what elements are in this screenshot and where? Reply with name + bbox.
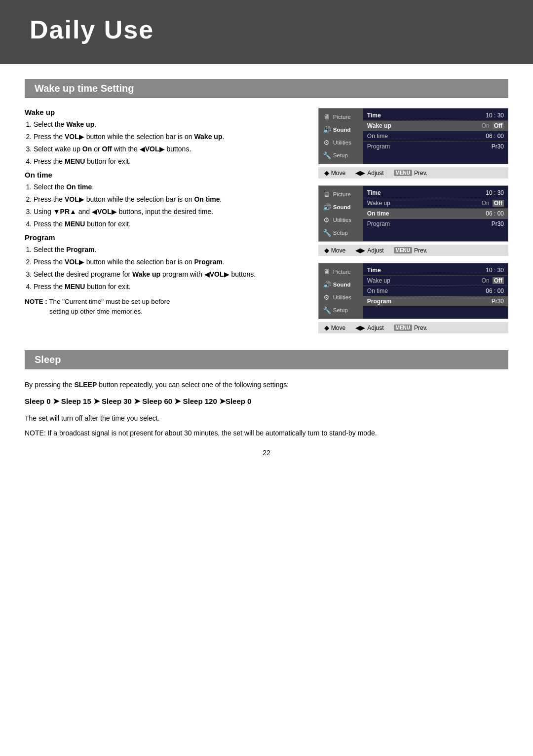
sidebar-sound-label-3: Sound (333, 282, 351, 288)
menu-footer-3: ◆ Move ◀▶ Adjust MENU Prev. (318, 322, 508, 333)
adjust-arrow-icon-1: ◀▶ (355, 169, 365, 177)
program-value-2: Pr30 (492, 220, 504, 227)
ontime-value-2: 06 : 00 (486, 210, 504, 217)
program-label-3: Program (367, 298, 391, 305)
menu-row-program-1: Program Pr30 (363, 142, 508, 151)
menu-row-time-2: Time 10 : 30 (363, 188, 508, 198)
ontime-steps-list: Select the On time. Press the VOL▶ butto… (25, 182, 304, 229)
sidebar-picture-2: 🖥 Picture (319, 188, 363, 201)
sidebar-setup-1: 🔧 Setup (319, 149, 363, 162)
move-label-1: Move (331, 170, 345, 177)
menu-row-wakeup-1: Wake up On Off (363, 121, 508, 131)
time-value-2: 10 : 30 (486, 189, 504, 196)
time-label-3: Time (367, 267, 381, 274)
page-title: Daily Use (30, 15, 503, 44)
wakeup-steps-list: Select the Wake up. Press the VOL▶ butto… (25, 119, 304, 167)
sidebar-sound-1: 🔊 Sound (319, 123, 363, 136)
footer-prev-1: MENU Prev. (394, 170, 428, 177)
picture-icon-1: 🖥 (323, 113, 331, 121)
ontime-step-3: Using ▼PR▲ and ◀VOL▶ buttons, input the … (34, 207, 304, 217)
program-step-4: Press the MENU button for exit. (34, 282, 304, 292)
program-label-1: Program (367, 143, 390, 150)
utilities-icon-3: ⚙ (323, 293, 331, 301)
ontime-step-1: Select the On time. (34, 182, 304, 192)
utilities-icon-2: ⚙ (323, 216, 331, 224)
prev-label-1: Prev. (414, 170, 427, 177)
sound-icon-3: 🔊 (323, 281, 331, 288)
menu-row-ontime-3: On time 06 : 00 (363, 286, 508, 296)
sidebar-picture-label-3: Picture (333, 269, 351, 275)
sleep-note-text: NOTE: If a broadcast signal is not prese… (25, 428, 508, 438)
section-heading-sleep: Sleep (25, 350, 508, 369)
adjust-arrow-icon-2: ◀▶ (355, 247, 365, 254)
sidebar-picture-3: 🖥 Picture (319, 265, 363, 278)
off-text-3: Off (493, 277, 504, 284)
ontime-value-1: 06 : 00 (486, 133, 504, 140)
program-subsection: Program Select the Program. Press the VO… (25, 233, 304, 292)
sidebar-setup-label-1: Setup (333, 152, 348, 158)
sidebar-setup-3: 🔧 Setup (319, 304, 363, 317)
menu-row-ontime-1: On time 06 : 00 (363, 131, 508, 142)
wakeup-step-4: Press the MENU button for exit. (34, 156, 304, 167)
sidebar-picture-label-2: Picture (333, 191, 351, 197)
footer-prev-2: MENU Prev. (394, 247, 428, 254)
footer-adjust-2: ◀▶ Adjust (355, 247, 383, 254)
sound-icon-2: 🔊 (323, 203, 331, 211)
sleep-intro: By pressing the SLEEP button repeatedly,… (25, 379, 508, 390)
sound-icon-1: 🔊 (323, 126, 331, 134)
adjust-label-3: Adjust (367, 324, 383, 331)
sidebar-sound-3: 🔊 Sound (319, 278, 363, 291)
sidebar-sound-label-1: Sound (333, 127, 351, 133)
time-value-3: 10 : 30 (486, 267, 504, 274)
setup-icon-1: 🔧 (323, 151, 331, 159)
ontime-subsection: On time Select the On time. Press the VO… (25, 171, 304, 229)
footer-adjust-1: ◀▶ Adjust (355, 169, 383, 177)
wakeup-value-2: On Off (482, 200, 504, 207)
footer-move-1: ◆ Move (324, 169, 345, 177)
sidebar-picture-label-1: Picture (333, 114, 351, 120)
adjust-arrow-icon-3: ◀▶ (355, 324, 365, 331)
setup-icon-3: 🔧 (323, 306, 331, 314)
menu-sidebar-1: 🖥 Picture 🔊 Sound ⚙ Utilities (319, 108, 363, 164)
wakeup-label-3: Wake up (367, 277, 390, 284)
adjust-label-2: Adjust (367, 247, 383, 254)
on-text-3: On (482, 277, 490, 284)
off-text-2: Off (493, 200, 504, 207)
menu-panel-2-box: 🖥 Picture 🔊 Sound ⚙ Utilities (318, 185, 508, 242)
wakeup-step-2: Press the VOL▶ button while the selectio… (34, 132, 304, 142)
utilities-icon-1: ⚙ (323, 139, 331, 146)
menu-footer-2: ◆ Move ◀▶ Adjust MENU Prev. (318, 245, 508, 256)
move-arrow-icon-2: ◆ (324, 247, 329, 254)
off-text-1: Off (493, 122, 504, 129)
adjust-label-1: Adjust (367, 170, 383, 177)
program-steps-list: Select the Program. Press the VOL▶ butto… (25, 245, 304, 292)
on-text-1: On (482, 122, 490, 129)
program-label-2: Program (367, 220, 390, 227)
ontime-label-3: On time (367, 288, 388, 294)
menu-row-program-2: Program Pr30 (363, 219, 508, 229)
footer-prev-3: MENU Prev. (394, 324, 428, 331)
wakeup-value-1: On Off (482, 122, 504, 129)
sidebar-setup-2: 🔧 Setup (319, 226, 363, 239)
wakeup-subsection: Wake up Select the Wake up. Press the VO… (25, 108, 304, 167)
sidebar-setup-label-3: Setup (333, 307, 348, 313)
ontime-label-2: On time (367, 210, 389, 217)
menu-key-2: MENU (394, 247, 412, 253)
prev-label-2: Prev. (414, 247, 427, 254)
wakeup-value-3: On Off (482, 277, 504, 284)
sidebar-utilities-label-2: Utilities (333, 217, 351, 223)
wakeup-label-1: Wake up (367, 122, 391, 129)
time-label-1: Time (367, 112, 381, 119)
menu-sidebar-2: 🖥 Picture 🔊 Sound ⚙ Utilities (319, 186, 363, 241)
sidebar-sound-label-2: Sound (333, 204, 351, 210)
program-step-3: Select the desired programe for Wake up … (34, 269, 304, 280)
time-label-2: Time (367, 189, 381, 196)
move-label-2: Move (331, 247, 345, 254)
sidebar-setup-label-2: Setup (333, 230, 348, 236)
picture-icon-2: 🖥 (323, 190, 331, 198)
ontime-step-2: Press the VOL▶ button while the selectio… (34, 194, 304, 205)
left-instructions: Wake up Select the Wake up. Press the VO… (25, 108, 304, 340)
sidebar-utilities-2: ⚙ Utilities (319, 214, 363, 226)
prev-label-3: Prev. (414, 324, 427, 331)
wakeup-step-3: Select wake up On or Off with the ◀VOL▶ … (34, 144, 304, 154)
